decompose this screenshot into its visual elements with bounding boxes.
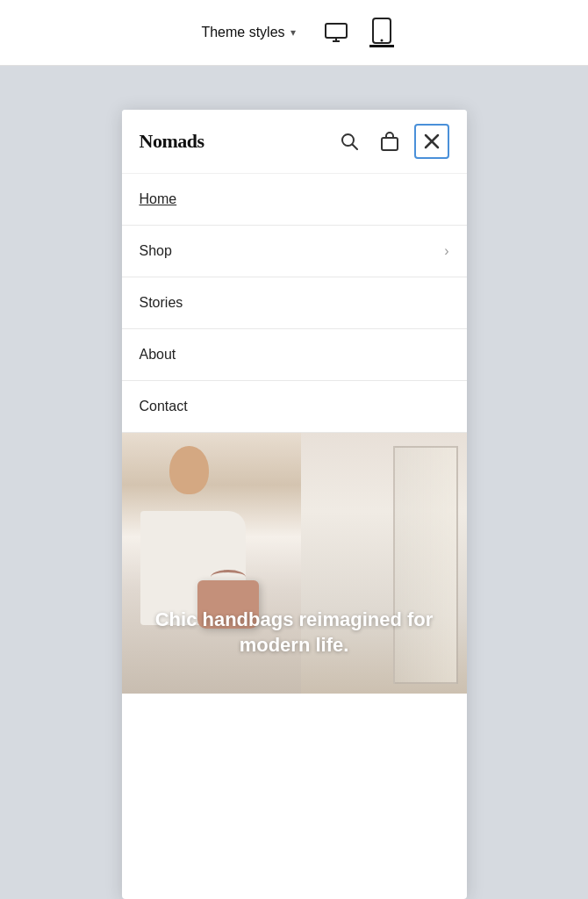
mobile-device-icon	[372, 18, 391, 44]
brand-logo: Nomads	[140, 130, 204, 153]
hero-image: Chic handbags reimagined for modern life…	[122, 433, 467, 694]
menu-item-home[interactable]: Home	[122, 174, 467, 226]
svg-rect-7	[382, 138, 398, 150]
menu-item-shop-label: Shop	[140, 243, 172, 259]
search-button[interactable]	[333, 126, 365, 157]
menu-item-shop[interactable]: Shop ›	[122, 226, 467, 277]
menu-item-about-label: About	[140, 347, 176, 363]
cart-button[interactable]	[374, 126, 405, 157]
menu-list: Home Shop › Stories About Contact	[122, 174, 467, 433]
menu-item-home-label: Home	[140, 191, 177, 207]
mobile-view-button[interactable]	[369, 18, 394, 47]
nav-icons-group	[333, 124, 449, 159]
hero-text-block: Chic handbags reimagined for modern life…	[122, 607, 467, 658]
theme-styles-label: Theme styles	[201, 25, 284, 40]
svg-line-6	[352, 145, 357, 150]
search-icon	[341, 133, 358, 150]
menu-item-stories[interactable]: Stories	[122, 277, 467, 329]
close-menu-button[interactable]	[414, 124, 449, 159]
chevron-down-icon: ▾	[290, 26, 296, 39]
chevron-right-icon: ›	[444, 243, 448, 259]
monitor-icon	[325, 23, 348, 42]
menu-item-contact-label: Contact	[140, 399, 188, 414]
menu-item-contact[interactable]: Contact	[122, 381, 467, 433]
preview-canvas: Nomads	[0, 66, 588, 899]
svg-rect-0	[326, 24, 347, 38]
menu-item-about[interactable]: About	[122, 329, 467, 381]
nav-header: Nomads	[122, 110, 467, 174]
mobile-preview-frame: Nomads	[122, 110, 467, 899]
hero-headline: Chic handbags reimagined for modern life…	[155, 608, 434, 657]
close-icon	[424, 133, 440, 149]
top-bar-center: Theme styles ▾	[194, 18, 393, 47]
svg-point-4	[380, 39, 383, 41]
theme-styles-button[interactable]: Theme styles ▾	[194, 21, 302, 44]
top-bar: Theme styles ▾	[0, 0, 588, 66]
bag-icon	[381, 132, 398, 151]
menu-item-stories-label: Stories	[140, 295, 183, 311]
desktop-view-button[interactable]	[324, 20, 348, 45]
